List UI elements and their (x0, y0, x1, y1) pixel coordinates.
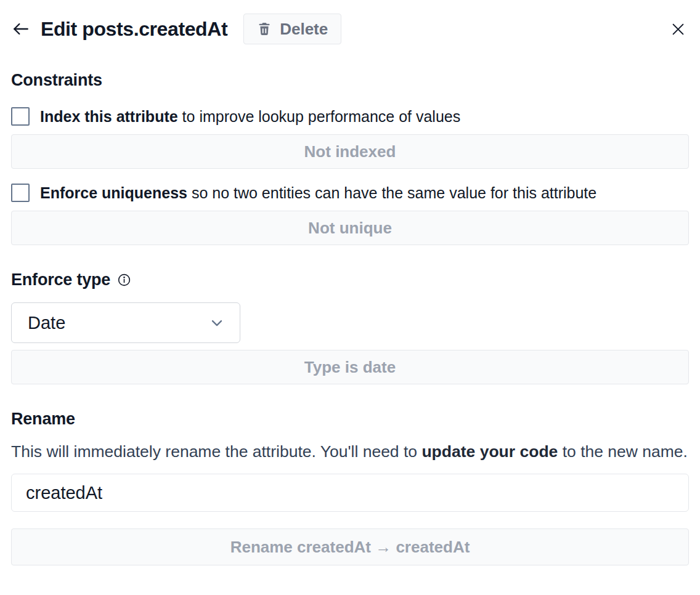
rename-input[interactable] (11, 474, 689, 512)
enforce-type-heading: Enforce type (11, 270, 689, 289)
type-status-button[interactable]: Type is date (11, 350, 689, 384)
uniqueness-label: Enforce uniqueness so no two entities ca… (40, 183, 596, 203)
enforce-uniqueness-row: Enforce uniqueness so no two entities ca… (11, 183, 689, 203)
delete-button-label: Delete (280, 20, 328, 39)
edit-attribute-panel: Edit posts.createdAt Delete Constraints … (0, 0, 700, 565)
rename-submit-button[interactable]: Rename createdAt → createdAt (11, 528, 689, 565)
info-icon[interactable] (117, 273, 131, 287)
index-checkbox[interactable] (11, 107, 30, 126)
back-button[interactable] (11, 19, 31, 39)
close-icon (670, 21, 686, 38)
constraints-heading: Constraints (11, 71, 689, 90)
arrow-left-icon (11, 19, 31, 39)
type-select-value: Date (28, 313, 65, 333)
chevron-down-icon (208, 314, 226, 331)
index-attribute-row: Index this attribute to improve lookup p… (11, 107, 689, 126)
trash-icon (257, 22, 272, 36)
enforce-type-heading-label: Enforce type (11, 270, 110, 289)
rename-description: This will immediately rename the attribu… (11, 438, 689, 465)
type-select[interactable]: Date (11, 302, 240, 343)
index-label: Index this attribute to improve lookup p… (40, 107, 460, 126)
index-status-button[interactable]: Not indexed (11, 134, 689, 169)
rename-heading: Rename (11, 410, 689, 429)
unique-status-button[interactable]: Not unique (11, 211, 689, 245)
panel-header: Edit posts.createdAt Delete (11, 13, 689, 45)
page-title: Edit posts.createdAt (41, 18, 227, 41)
uniqueness-checkbox[interactable] (11, 184, 30, 202)
close-button[interactable] (667, 18, 689, 40)
delete-button[interactable]: Delete (243, 14, 341, 44)
